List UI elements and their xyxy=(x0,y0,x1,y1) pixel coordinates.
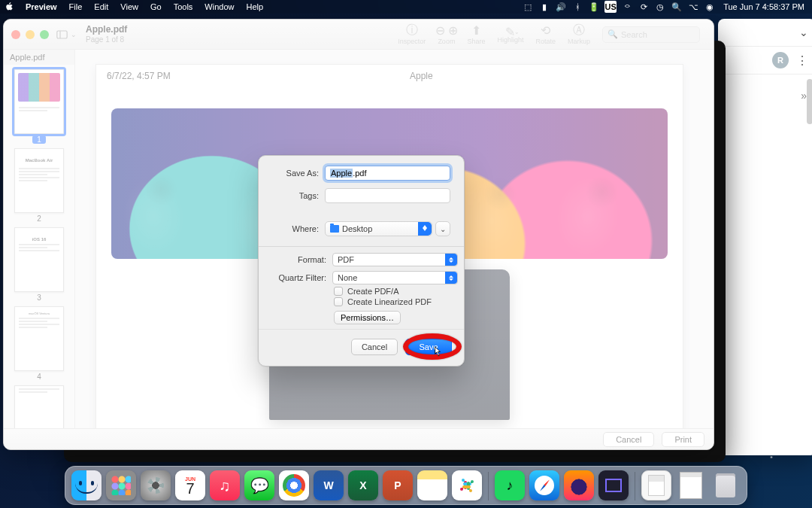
save-as-field[interactable]: Apple.pdf xyxy=(325,166,450,181)
dock-spotify[interactable]: ♪ xyxy=(495,470,525,500)
control-center-icon[interactable]: ⌥ xyxy=(687,1,699,13)
dock-music[interactable]: ♫ xyxy=(210,470,240,500)
dock-messages[interactable]: 💬 xyxy=(244,470,274,500)
dock-safari[interactable] xyxy=(529,470,559,500)
preview-window: ⌄ Apple.pdf Page 1 of 8 ⓘInspector ⊖⊕Zoo… xyxy=(3,19,714,450)
dock-rectangle[interactable] xyxy=(598,470,629,500)
dock-chrome[interactable] xyxy=(279,470,309,500)
dock-separator xyxy=(635,472,635,500)
menu-edit[interactable]: Edit xyxy=(88,2,114,11)
permissions-button[interactable]: Permissions… xyxy=(334,311,401,324)
checkbox-icon xyxy=(334,287,343,296)
menu-help[interactable]: Help xyxy=(240,2,269,11)
wifi-icon[interactable]: ⌔ xyxy=(621,1,633,13)
dock-document[interactable] xyxy=(641,470,671,500)
sheet-save-button[interactable]: Save xyxy=(405,339,452,355)
background-window[interactable]: ⌄ R ⋮ » xyxy=(718,19,812,455)
save-as-label: Save As: xyxy=(272,169,325,178)
more-menu-icon[interactable]: ⋮ xyxy=(796,53,808,68)
input-source-badge[interactable]: US xyxy=(604,1,617,13)
battery-icon[interactable]: 🔋 xyxy=(588,1,600,13)
dock-firefox[interactable] xyxy=(564,470,594,500)
chevron-down-icon[interactable]: ⌄ xyxy=(799,26,808,38)
dock-notes[interactable] xyxy=(417,470,447,500)
quartz-filter-dropdown[interactable]: None xyxy=(332,271,458,284)
apple-menu-icon[interactable] xyxy=(5,2,14,11)
quartz-filter-label: Quartz Filter: xyxy=(265,273,332,282)
menu-bar: Preview File Edit View Go Tools Window H… xyxy=(0,0,812,14)
menu-file[interactable]: File xyxy=(63,2,89,11)
create-pdfa-checkbox[interactable]: Create PDF/A xyxy=(259,286,464,297)
dock-trash[interactable] xyxy=(710,470,741,500)
menu-app-name[interactable]: Preview xyxy=(20,2,63,11)
where-dropdown[interactable]: Desktop xyxy=(325,221,432,236)
volume-icon[interactable]: 🔊 xyxy=(555,1,567,13)
dock-system-settings[interactable] xyxy=(141,470,171,500)
export-sheet: Save As: Apple.pdf Tags: Where: Desktop … xyxy=(258,155,465,367)
dropbox-icon[interactable]: ⬚ xyxy=(522,1,534,13)
dock-word[interactable]: W xyxy=(314,470,344,500)
clock-icon[interactable]: ◷ xyxy=(654,1,666,13)
dock-separator xyxy=(488,472,489,500)
scrollbar[interactable] xyxy=(807,79,812,124)
where-label: Where: xyxy=(272,224,325,233)
format-label: Format: xyxy=(265,255,332,264)
tags-field[interactable] xyxy=(325,188,450,203)
menu-view[interactable]: View xyxy=(114,2,144,11)
search-icon[interactable]: 🔍 xyxy=(671,1,683,13)
expand-button[interactable]: ⌄ xyxy=(435,221,450,236)
dock-powerpoint[interactable]: P xyxy=(383,470,413,500)
format-dropdown[interactable]: PDF xyxy=(332,253,458,266)
bluetooth-icon[interactable]: ᚼ xyxy=(571,1,583,13)
dock-excel[interactable]: X xyxy=(348,470,378,500)
dock: JUN7 ♫ 💬 W X P ♪ xyxy=(65,466,747,505)
menu-bar-clock[interactable]: Tue Jun 7 4:58:37 PM xyxy=(723,2,807,11)
dock-finder[interactable] xyxy=(71,470,102,500)
menu-go[interactable]: Go xyxy=(144,2,168,11)
dock-launchpad[interactable] xyxy=(106,470,136,500)
dock-slack[interactable] xyxy=(452,470,482,500)
tags-label: Tags: xyxy=(272,191,325,200)
menu-window[interactable]: Window xyxy=(198,2,240,11)
forward-icon[interactable]: » xyxy=(718,75,812,117)
menu-bar-right: ⬚ ▮ 🔊 ᚼ 🔋 US ⌔ ⟳ ◷ 🔍 ⌥ ◉ Tue Jun 7 4:58:… xyxy=(522,1,807,13)
dock-textfile[interactable] xyxy=(676,470,706,500)
siri-icon[interactable]: ◉ xyxy=(704,1,716,13)
sheet-cancel-button[interactable]: Cancel xyxy=(351,339,398,355)
checkbox-icon xyxy=(334,297,343,306)
dock-calendar[interactable]: JUN7 xyxy=(175,470,205,500)
avatar[interactable]: R xyxy=(772,52,789,68)
create-linearized-checkbox[interactable]: Create Linearized PDF xyxy=(259,297,464,307)
menu-tools[interactable]: Tools xyxy=(168,2,199,11)
folder-icon xyxy=(330,225,339,233)
sync-icon[interactable]: ⟳ xyxy=(638,1,650,13)
phone-icon[interactable]: ▮ xyxy=(538,1,550,13)
menu-bar-left: Preview File Edit View Go Tools Window H… xyxy=(20,2,269,11)
